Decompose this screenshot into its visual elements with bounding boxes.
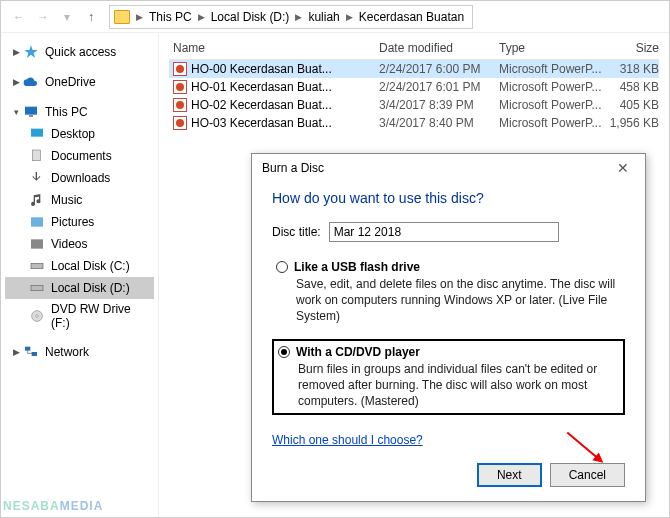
chevron-right-icon[interactable]: ▶ <box>11 47 21 57</box>
chevron-right-icon[interactable]: ▶ <box>134 12 145 22</box>
file-size: 458 KB <box>609 80 659 94</box>
sidebar-item-disk-d[interactable]: Local Disk (D:) <box>5 277 154 299</box>
address-bar[interactable]: ▶ This PC ▶ Local Disk (D:) ▶ kuliah ▶ K… <box>109 5 473 29</box>
option-description: Save, edit, and delete files on the disc… <box>296 276 621 325</box>
nav-up-button[interactable]: ↑ <box>79 5 103 29</box>
chevron-right-icon[interactable]: ▶ <box>344 12 355 22</box>
watermark: NESABAMEDIA <box>3 485 103 517</box>
svg-rect-5 <box>31 239 43 248</box>
cloud-icon <box>23 74 39 90</box>
disk-icon <box>29 280 45 296</box>
svg-rect-1 <box>29 115 33 116</box>
dialog-buttons: Next Cancel <box>272 463 625 487</box>
nav-recent-button[interactable]: ▾ <box>55 5 79 29</box>
breadcrumb-item[interactable]: kuliah <box>304 10 343 24</box>
file-size: 318 KB <box>609 62 659 76</box>
sidebar-item-onedrive[interactable]: ▶ OneDrive <box>5 71 154 93</box>
sidebar-item-dvd[interactable]: DVD RW Drive (F:) <box>5 299 154 333</box>
radio-icon[interactable] <box>276 261 288 273</box>
svg-rect-7 <box>31 285 43 290</box>
option-title: With a CD/DVD player <box>296 345 420 359</box>
svg-rect-2 <box>31 129 43 137</box>
file-row[interactable]: HO-01 Kecerdasan Buat...2/24/2017 6:01 P… <box>169 78 659 96</box>
disc-title-input[interactable] <box>329 222 559 242</box>
documents-icon <box>29 148 45 164</box>
svg-rect-4 <box>31 217 43 226</box>
chevron-right-icon[interactable]: ▶ <box>293 12 304 22</box>
disc-title-label: Disc title: <box>272 225 321 239</box>
column-header-type[interactable]: Type <box>499 41 609 55</box>
network-icon <box>23 344 39 360</box>
sidebar-item-label: Quick access <box>45 45 116 59</box>
sidebar-item-label: Local Disk (C:) <box>51 259 130 273</box>
option-title: Like a USB flash drive <box>294 260 420 274</box>
file-size: 405 KB <box>609 98 659 112</box>
chevron-right-icon[interactable]: ▶ <box>11 77 21 87</box>
file-date: 3/4/2017 8:39 PM <box>379 98 499 112</box>
sidebar-item-label: Music <box>51 193 82 207</box>
sidebar-item-label: Desktop <box>51 127 95 141</box>
sidebar-item-videos[interactable]: Videos <box>5 233 154 255</box>
breadcrumb-item[interactable]: This PC <box>145 10 196 24</box>
file-date: 3/4/2017 8:40 PM <box>379 116 499 130</box>
close-button[interactable]: ✕ <box>611 160 635 176</box>
sidebar-item-this-pc[interactable]: ▾ This PC <box>5 101 154 123</box>
file-type: Microsoft PowerP... <box>499 116 609 130</box>
navigation-pane: ▶ Quick access ▶ OneDrive ▾ This PC Desk… <box>1 33 159 517</box>
disc-title-row: Disc title: <box>272 222 625 242</box>
svg-rect-0 <box>25 107 37 115</box>
breadcrumb-item[interactable]: Local Disk (D:) <box>207 10 294 24</box>
sidebar-item-disk-c[interactable]: Local Disk (C:) <box>5 255 154 277</box>
star-icon <box>23 44 39 60</box>
sidebar-item-label: Local Disk (D:) <box>51 281 130 295</box>
sidebar-item-label: Downloads <box>51 171 110 185</box>
column-header-date[interactable]: Date modified <box>379 41 499 55</box>
file-row[interactable]: HO-00 Kecerdasan Buat...2/24/2017 6:00 P… <box>169 60 659 78</box>
help-link[interactable]: Which one should I choose? <box>272 433 423 447</box>
nav-forward-button[interactable]: → <box>31 5 55 29</box>
sidebar-item-label: OneDrive <box>45 75 96 89</box>
sidebar-item-music[interactable]: Music <box>5 189 154 211</box>
sidebar-item-label: Videos <box>51 237 87 251</box>
svg-rect-3 <box>32 150 40 161</box>
radio-icon[interactable] <box>278 346 290 358</box>
sidebar-item-network[interactable]: ▶ Network <box>5 341 154 363</box>
option-usb-flash-drive[interactable]: Like a USB flash drive Save, edit, and d… <box>272 256 625 329</box>
dialog-heading: How do you want to use this disc? <box>272 190 625 206</box>
column-header-name[interactable]: Name <box>169 41 379 55</box>
sidebar-item-pictures[interactable]: Pictures <box>5 211 154 233</box>
sidebar-item-label: Network <box>45 345 89 359</box>
option-cd-dvd-player[interactable]: With a CD/DVD player Burn files in group… <box>272 339 625 416</box>
videos-icon <box>29 236 45 252</box>
sidebar-item-quick-access[interactable]: ▶ Quick access <box>5 41 154 63</box>
column-header-size[interactable]: Size <box>609 41 659 55</box>
sidebar-item-documents[interactable]: Documents <box>5 145 154 167</box>
file-name: HO-01 Kecerdasan Buat... <box>191 80 332 94</box>
chevron-right-icon[interactable]: ▶ <box>11 347 21 357</box>
breadcrumb-item[interactable]: Kecerdasan Buatan <box>355 10 468 24</box>
dialog-body: How do you want to use this disc? Disc t… <box>252 182 645 501</box>
chevron-down-icon[interactable]: ▾ <box>11 107 21 117</box>
cancel-button[interactable]: Cancel <box>550 463 625 487</box>
sidebar-item-label: Pictures <box>51 215 94 229</box>
dialog-titlebar[interactable]: Burn a Disc ✕ <box>252 154 645 182</box>
sidebar-item-downloads[interactable]: Downloads <box>5 167 154 189</box>
powerpoint-icon <box>173 116 187 130</box>
next-button[interactable]: Next <box>477 463 542 487</box>
file-date: 2/24/2017 6:01 PM <box>379 80 499 94</box>
chevron-right-icon[interactable]: ▶ <box>196 12 207 22</box>
file-row[interactable]: HO-02 Kecerdasan Buat...3/4/2017 8:39 PM… <box>169 96 659 114</box>
pictures-icon <box>29 214 45 230</box>
file-list-header[interactable]: Name Date modified Type Size <box>169 37 659 60</box>
svg-rect-10 <box>25 347 30 351</box>
nav-back-button[interactable]: ← <box>7 5 31 29</box>
svg-rect-11 <box>32 352 37 356</box>
toolbar: ← → ▾ ↑ ▶ This PC ▶ Local Disk (D:) ▶ ku… <box>1 1 669 33</box>
file-type: Microsoft PowerP... <box>499 62 609 76</box>
svg-rect-6 <box>31 263 43 268</box>
file-row[interactable]: HO-03 Kecerdasan Buat...3/4/2017 8:40 PM… <box>169 114 659 132</box>
sidebar-item-label: DVD RW Drive (F:) <box>51 302 148 330</box>
disc-icon <box>29 308 45 324</box>
sidebar-item-desktop[interactable]: Desktop <box>5 123 154 145</box>
music-icon <box>29 192 45 208</box>
